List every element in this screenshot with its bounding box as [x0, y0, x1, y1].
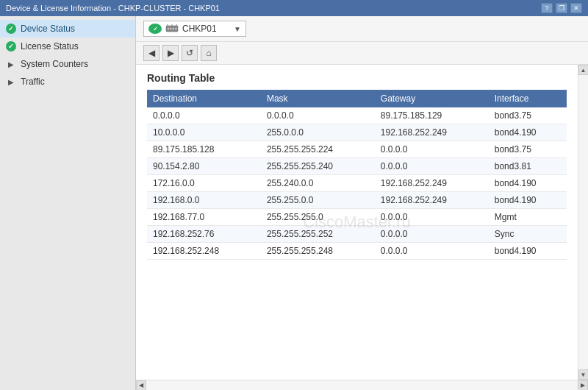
col-header-gateway: Gateway [375, 90, 489, 107]
table-cell-6-1: 255.255.255.0 [261, 209, 375, 226]
sidebar-item-traffic[interactable]: ▶ Traffic [0, 73, 135, 91]
table-cell-6-2: 0.0.0.0 [375, 209, 489, 226]
system-counters-arrow-icon: ▶ [6, 59, 16, 69]
table-cell-1-1: 255.0.0.0 [261, 124, 375, 141]
col-header-destination: Destination [147, 90, 261, 107]
help-button[interactable]: ? [541, 3, 553, 13]
table-cell-2-1: 255.255.255.224 [261, 141, 375, 158]
sidebar-label-license-status: License Status [21, 41, 79, 52]
refresh-button[interactable]: ↺ [182, 45, 198, 61]
device-status-indicator [148, 24, 162, 34]
section-title: Routing Table [147, 72, 567, 84]
table-cell-2-3: bond3.75 [489, 141, 567, 158]
table-cell-8-3: bond4.190 [489, 243, 567, 260]
table-cell-7-0: 192.168.252.76 [147, 226, 261, 243]
device-bar: CHKP01 ▼ [136, 16, 588, 42]
table-row[interactable]: 192.168.0.0255.255.0.0192.168.252.249bon… [147, 192, 567, 209]
table-row[interactable]: 90.154.2.80255.255.255.2400.0.0.0bond3.8… [147, 158, 567, 175]
svg-point-3 [173, 28, 174, 29]
title-text: Device & License Information - CHKP-CLUS… [6, 4, 220, 13]
device-selector[interactable]: CHKP01 ▼ [143, 21, 246, 37]
scroll-right-button[interactable]: ▶ [578, 380, 588, 391]
close-button[interactable]: ✕ [570, 3, 582, 13]
sidebar: Device Status License Status ▶ System Co… [0, 16, 136, 390]
scroll-up-button[interactable]: ▲ [578, 65, 589, 75]
device-dropdown-arrow-icon: ▼ [234, 25, 241, 33]
table-cell-6-0: 192.168.77.0 [147, 209, 261, 226]
table-row[interactable]: 0.0.0.00.0.0.089.175.185.129bond3.75 [147, 107, 567, 124]
main-container: Device Status License Status ▶ System Co… [0, 16, 588, 390]
table-cell-5-2: 192.168.252.249 [375, 192, 489, 209]
table-row[interactable]: 89.175.185.128255.255.255.2240.0.0.0bond… [147, 141, 567, 158]
table-cell-8-2: 0.0.0.0 [375, 243, 489, 260]
back-button[interactable]: ◀ [143, 45, 159, 61]
toolbar: ◀ ▶ ↺ ⌂ [136, 42, 588, 65]
table-cell-4-2: 192.168.252.249 [375, 175, 489, 192]
table-cell-4-0: 172.16.0.0 [147, 175, 261, 192]
table-cell-1-0: 10.0.0.0 [147, 124, 261, 141]
table-cell-8-1: 255.255.255.248 [261, 243, 375, 260]
col-header-mask: Mask [261, 90, 375, 107]
restore-button[interactable]: ❐ [556, 3, 567, 13]
table-cell-0-1: 0.0.0.0 [261, 107, 375, 124]
device-status-icon [6, 24, 16, 34]
table-area: Routing Table Destination Mask Gateway I… [136, 65, 578, 380]
routing-table: Destination Mask Gateway Interface 0.0.0… [147, 90, 567, 260]
table-cell-1-2: 192.168.252.249 [375, 124, 489, 141]
sidebar-label-device-status: Device Status [21, 24, 75, 34]
table-cell-3-2: 0.0.0.0 [375, 158, 489, 175]
svg-point-4 [175, 28, 176, 29]
table-row[interactable]: 10.0.0.0255.0.0.0192.168.252.249bond4.19… [147, 124, 567, 141]
content-area: CHKP01 ▼ ◀ ▶ ↺ ⌂ Routing Table Destinati… [136, 16, 588, 390]
table-header-row: Destination Mask Gateway Interface [147, 90, 567, 107]
svg-point-2 [170, 28, 171, 29]
title-bar: Device & License Information - CHKP-CLUS… [0, 0, 588, 16]
sidebar-item-license-status[interactable]: License Status [0, 38, 135, 55]
table-cell-6-3: Mgmt [489, 209, 567, 226]
table-row[interactable]: 192.168.252.76255.255.255.2520.0.0.0Sync [147, 226, 567, 243]
table-cell-3-1: 255.255.255.240 [261, 158, 375, 175]
right-scrollbar[interactable]: ▲ ▼ [578, 65, 588, 380]
table-cell-0-3: bond3.75 [489, 107, 567, 124]
table-cell-0-0: 0.0.0.0 [147, 107, 261, 124]
table-cell-2-2: 0.0.0.0 [375, 141, 489, 158]
table-cell-4-1: 255.240.0.0 [261, 175, 375, 192]
sidebar-label-system-counters: System Counters [21, 59, 88, 69]
table-cell-0-2: 89.175.185.129 [375, 107, 489, 124]
scroll-track-bottom [146, 380, 578, 390]
col-header-interface: Interface [489, 90, 567, 107]
table-cell-1-3: bond4.190 [489, 124, 567, 141]
scroll-down-button[interactable]: ▼ [578, 369, 589, 380]
sidebar-item-system-counters[interactable]: ▶ System Counters [0, 55, 135, 73]
table-cell-7-3: Sync [489, 226, 567, 243]
table-cell-5-1: 255.255.0.0 [261, 192, 375, 209]
traffic-arrow-icon: ▶ [6, 77, 16, 87]
table-cell-3-0: 90.154.2.80 [147, 158, 261, 175]
device-name-label: CHKP01 [182, 24, 231, 34]
forward-button[interactable]: ▶ [162, 45, 179, 61]
license-status-icon [6, 41, 16, 52]
table-row[interactable]: 172.16.0.0255.240.0.0192.168.252.249bond… [147, 175, 567, 192]
home-button[interactable]: ⌂ [201, 45, 217, 61]
table-cell-5-3: bond4.190 [489, 192, 567, 209]
table-row[interactable]: 192.168.77.0255.255.255.00.0.0.0Mgmt [147, 209, 567, 226]
router-icon [165, 23, 179, 35]
bottom-scrollbar[interactable]: ◀ ▶ [136, 380, 588, 390]
table-cell-5-0: 192.168.0.0 [147, 192, 261, 209]
sidebar-label-traffic: Traffic [21, 77, 45, 87]
scroll-track-right [578, 75, 588, 369]
table-row[interactable]: 192.168.252.248255.255.255.2480.0.0.0bon… [147, 243, 567, 260]
table-cell-3-3: bond3.81 [489, 158, 567, 175]
sidebar-item-device-status[interactable]: Device Status [0, 20, 135, 38]
table-cell-7-1: 255.255.255.252 [261, 226, 375, 243]
table-cell-4-3: bond4.190 [489, 175, 567, 192]
table-cell-2-0: 89.175.185.128 [147, 141, 261, 158]
title-bar-buttons: ? ❐ ✕ [541, 3, 582, 13]
table-cell-7-2: 0.0.0.0 [375, 226, 489, 243]
svg-point-1 [168, 28, 169, 29]
scroll-left-button[interactable]: ◀ [136, 380, 146, 391]
table-cell-8-0: 192.168.252.248 [147, 243, 261, 260]
